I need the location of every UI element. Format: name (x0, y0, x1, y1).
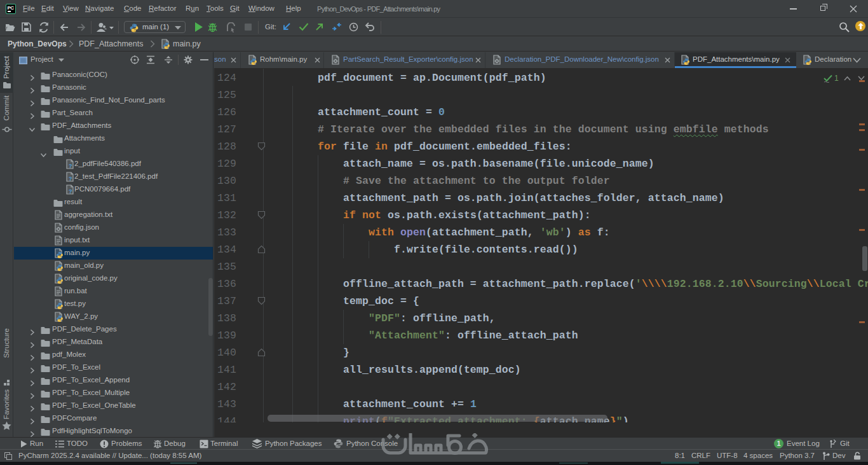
svg-text:?: ? (69, 176, 72, 182)
svg-text:?: ? (69, 163, 72, 169)
svg-text:?: ? (69, 188, 72, 195)
